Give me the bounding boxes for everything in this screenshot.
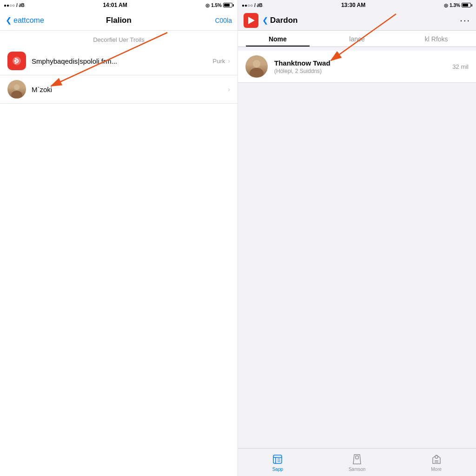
nav-title-left: Flalion	[106, 16, 132, 25]
right-item-subtitle: (Hólepi, 2 Suiddns)	[274, 68, 452, 74]
bottom-tab-sapp[interactable]: Sapp	[238, 453, 317, 472]
tabs-bar: Nome lance kl Rfoks	[238, 31, 476, 47]
play-button[interactable]	[244, 13, 258, 28]
svg-point-1	[14, 60, 17, 62]
person-avatar	[7, 80, 26, 99]
list-item-person[interactable]: M`zoki ›	[0, 75, 238, 104]
status-bar-right: ●●○○ / ∂B 13:30 AM ◎ 1.3%	[238, 0, 476, 10]
list-item-app[interactable]: Smphybaqedis|spololi.frm... Purk ›	[0, 47, 238, 75]
right-item-title: Thanktnow Twad	[274, 59, 452, 67]
back-button-left[interactable]: ❮ eattcome	[6, 16, 44, 25]
bottom-tab-samson-label: Samson	[349, 467, 366, 472]
section-header-left: Decorfiel Uer Troils	[0, 31, 238, 47]
svg-point-0	[13, 57, 21, 65]
chevron-right-icon-person: ›	[228, 86, 230, 93]
chevron-right-icon-app: ›	[228, 57, 230, 65]
svg-point-9	[253, 60, 260, 67]
bottom-tab-bar: Sapp Samson	[238, 448, 476, 476]
status-time-left: 14:01 AM	[103, 2, 127, 8]
samson-icon	[350, 453, 364, 466]
svg-point-8	[250, 68, 264, 77]
list-item-title-app: Smphybaqedis|spololi.frm...	[32, 57, 213, 65]
bottom-tab-samson[interactable]: Samson	[317, 453, 397, 472]
app-icon	[7, 52, 26, 70]
more-options-button[interactable]: ···	[460, 15, 470, 26]
nav-bar-right: ❮ Dardon ···	[238, 10, 476, 31]
list-item-title-person: M`zoki	[32, 86, 228, 93]
status-signal-right: ●●○○ / ∂B	[242, 3, 263, 8]
nav-action-left[interactable]: C00la	[215, 17, 232, 24]
nav-bar-left: ❮ eattcome Flalion C00la	[0, 10, 238, 31]
svg-point-4	[14, 84, 20, 90]
sapp-icon	[271, 453, 284, 466]
right-list-item[interactable]: Thanktnow Twad (Hólepi, 2 Suiddns) 32 mi…	[238, 51, 476, 83]
right-item-info: Thanktnow Twad (Hólepi, 2 Suiddns)	[274, 59, 452, 74]
status-signal-left: ●●○○ / ∂B	[4, 3, 25, 8]
bottom-tab-more-label: More	[431, 467, 442, 472]
back-button-right[interactable]: ❮ Dardon	[262, 16, 298, 25]
right-avatar	[245, 55, 268, 78]
status-battery-left: ◎ 1.5%	[205, 3, 234, 8]
svg-point-3	[11, 91, 22, 98]
status-bar-left: ●●○○ / ∂B 14:01 AM ◎ 1.5%	[0, 0, 238, 10]
status-time-right: 13:30 AM	[341, 2, 365, 8]
back-label-left: eattcome	[13, 16, 44, 25]
svg-point-16	[435, 456, 438, 458]
chevron-left-icon: ❮	[6, 16, 12, 25]
back-label-right: Dardon	[270, 16, 298, 25]
right-content: Thanktnow Twad (Hólepi, 2 Suiddns) 32 mi…	[238, 47, 476, 448]
tab-lance[interactable]: lance	[317, 31, 397, 46]
right-item-meta: 32 mil	[452, 63, 469, 70]
tab-rfoks[interactable]: kl Rfoks	[397, 31, 476, 46]
chevron-left-icon-right: ❮	[262, 16, 268, 25]
svg-rect-10	[273, 455, 282, 463]
more-icon	[430, 453, 443, 466]
list-item-badge-app: Purk	[213, 58, 225, 65]
bottom-tab-more[interactable]: More	[397, 453, 476, 472]
status-battery-right: ◎ 1.3%	[444, 3, 472, 8]
play-icon	[248, 17, 255, 24]
tab-nome[interactable]: Nome	[238, 31, 317, 46]
bottom-tab-sapp-label: Sapp	[272, 467, 283, 472]
